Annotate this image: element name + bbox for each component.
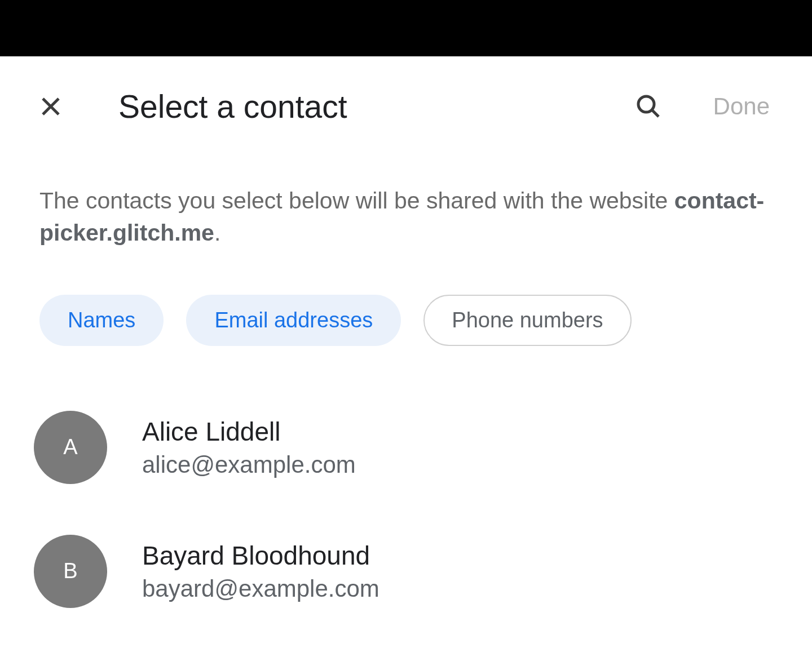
contact-info: Alice Liddell alice@example.com — [142, 416, 356, 478]
svg-line-3 — [652, 110, 659, 117]
contact-item[interactable]: A Alice Liddell alice@example.com — [34, 385, 778, 509]
done-button[interactable]: Done — [702, 87, 781, 126]
search-button[interactable] — [632, 90, 665, 123]
description-after: . — [214, 220, 220, 246]
contact-name: Bayard Bloodhound — [142, 540, 379, 571]
filter-chips: Names Email addresses Phone numbers — [0, 261, 812, 369]
svg-point-2 — [638, 96, 654, 112]
close-button[interactable] — [34, 90, 68, 123]
close-icon — [37, 93, 64, 120]
avatar: A — [34, 411, 107, 484]
page-title: Select a contact — [118, 88, 620, 125]
description-before: The contacts you select below will be sh… — [39, 188, 674, 214]
contact-email: alice@example.com — [142, 451, 356, 478]
chip-email[interactable]: Email addresses — [186, 295, 401, 346]
contact-email: bayard@example.com — [142, 575, 379, 602]
avatar: B — [34, 535, 107, 608]
contact-item[interactable]: B Bayard Bloodhound bayard@example.com — [34, 509, 778, 633]
chip-names[interactable]: Names — [39, 295, 164, 346]
contacts-list: A Alice Liddell alice@example.com B Baya… — [0, 369, 812, 648]
chip-phone[interactable]: Phone numbers — [423, 295, 631, 346]
contact-info: Bayard Bloodhound bayard@example.com — [142, 540, 379, 602]
contact-name: Alice Liddell — [142, 416, 356, 447]
header: Select a contact Done — [0, 56, 812, 148]
search-icon — [635, 93, 662, 120]
description-text: The contacts you select below will be sh… — [0, 148, 812, 261]
status-bar — [0, 0, 812, 56]
